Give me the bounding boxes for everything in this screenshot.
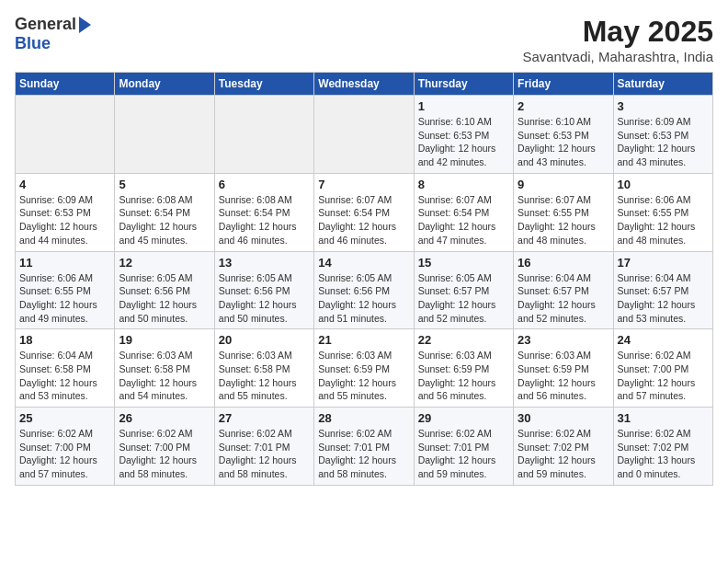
- day-info: Sunrise: 6:05 AM Sunset: 6:57 PM Dayligh…: [418, 271, 509, 326]
- weekday-header-sunday: Sunday: [16, 73, 115, 96]
- day-number: 25: [19, 411, 110, 425]
- week-row-5: 25Sunrise: 6:02 AM Sunset: 7:00 PM Dayli…: [16, 408, 713, 486]
- day-cell: 11Sunrise: 6:06 AM Sunset: 6:55 PM Dayli…: [16, 251, 115, 329]
- day-info: Sunrise: 6:10 AM Sunset: 6:53 PM Dayligh…: [518, 115, 609, 169]
- day-number: 29: [418, 411, 509, 425]
- day-info: Sunrise: 6:06 AM Sunset: 6:55 PM Dayligh…: [19, 271, 110, 326]
- day-number: 2: [518, 99, 609, 113]
- day-number: 21: [318, 333, 409, 347]
- day-number: 3: [618, 99, 709, 113]
- day-number: 20: [219, 333, 310, 347]
- day-number: 8: [418, 178, 509, 191]
- day-number: 10: [618, 178, 709, 191]
- day-number: 6: [219, 178, 310, 191]
- day-cell: 30Sunrise: 6:02 AM Sunset: 7:02 PM Dayli…: [514, 408, 613, 486]
- day-number: 28: [318, 411, 409, 425]
- day-number: 11: [19, 256, 110, 270]
- logo: General Blue: [15, 15, 91, 53]
- day-number: 1: [418, 99, 509, 113]
- weekday-header-row: SundayMondayTuesdayWednesdayThursdayFrid…: [16, 73, 713, 96]
- day-info: Sunrise: 6:07 AM Sunset: 6:54 PM Dayligh…: [418, 193, 509, 247]
- week-row-1: 1Sunrise: 6:10 AM Sunset: 6:53 PM Daylig…: [16, 96, 713, 174]
- day-info: Sunrise: 6:02 AM Sunset: 7:01 PM Dayligh…: [418, 427, 509, 481]
- day-info: Sunrise: 6:05 AM Sunset: 6:56 PM Dayligh…: [219, 271, 310, 326]
- day-number: 23: [518, 333, 609, 347]
- day-cell: [115, 96, 214, 174]
- day-cell: 14Sunrise: 6:05 AM Sunset: 6:56 PM Dayli…: [314, 251, 414, 329]
- day-cell: 31Sunrise: 6:02 AM Sunset: 7:02 PM Dayli…: [613, 408, 712, 486]
- day-info: Sunrise: 6:08 AM Sunset: 6:54 PM Dayligh…: [219, 193, 310, 247]
- day-cell: 2Sunrise: 6:10 AM Sunset: 6:53 PM Daylig…: [514, 96, 613, 174]
- weekday-header-wednesday: Wednesday: [314, 73, 414, 96]
- day-cell: 1Sunrise: 6:10 AM Sunset: 6:53 PM Daylig…: [414, 96, 513, 174]
- day-cell: 3Sunrise: 6:09 AM Sunset: 6:53 PM Daylig…: [613, 96, 712, 174]
- day-info: Sunrise: 6:02 AM Sunset: 7:01 PM Dayligh…: [219, 427, 310, 481]
- day-number: 4: [19, 178, 110, 191]
- day-cell: 29Sunrise: 6:02 AM Sunset: 7:01 PM Dayli…: [414, 408, 513, 486]
- day-info: Sunrise: 6:02 AM Sunset: 7:00 PM Dayligh…: [19, 427, 110, 481]
- day-cell: 25Sunrise: 6:02 AM Sunset: 7:00 PM Dayli…: [16, 408, 115, 486]
- day-cell: 13Sunrise: 6:05 AM Sunset: 6:56 PM Dayli…: [214, 251, 313, 329]
- day-number: 12: [119, 256, 210, 270]
- day-info: Sunrise: 6:03 AM Sunset: 6:59 PM Dayligh…: [518, 349, 609, 403]
- day-cell: 7Sunrise: 6:07 AM Sunset: 6:54 PM Daylig…: [314, 173, 414, 251]
- day-info: Sunrise: 6:05 AM Sunset: 6:56 PM Dayligh…: [119, 271, 210, 326]
- day-info: Sunrise: 6:07 AM Sunset: 6:54 PM Dayligh…: [318, 193, 409, 247]
- day-cell: 20Sunrise: 6:03 AM Sunset: 6:58 PM Dayli…: [214, 329, 313, 408]
- day-number: 7: [318, 178, 409, 191]
- day-info: Sunrise: 6:09 AM Sunset: 6:53 PM Dayligh…: [19, 193, 110, 247]
- day-info: Sunrise: 6:02 AM Sunset: 7:01 PM Dayligh…: [318, 427, 409, 481]
- day-number: 13: [219, 256, 310, 270]
- day-cell: 4Sunrise: 6:09 AM Sunset: 6:53 PM Daylig…: [16, 173, 115, 251]
- day-cell: 12Sunrise: 6:05 AM Sunset: 6:56 PM Dayli…: [115, 251, 214, 329]
- calendar: SundayMondayTuesdayWednesdayThursdayFrid…: [15, 72, 713, 486]
- day-info: Sunrise: 6:06 AM Sunset: 6:55 PM Dayligh…: [618, 193, 709, 247]
- day-number: 5: [119, 178, 210, 191]
- day-number: 24: [618, 333, 709, 347]
- day-cell: 15Sunrise: 6:05 AM Sunset: 6:57 PM Dayli…: [414, 251, 513, 329]
- day-info: Sunrise: 6:04 AM Sunset: 6:57 PM Dayligh…: [618, 271, 709, 326]
- day-info: Sunrise: 6:03 AM Sunset: 6:58 PM Dayligh…: [119, 349, 210, 403]
- day-info: Sunrise: 6:02 AM Sunset: 7:02 PM Dayligh…: [518, 427, 609, 481]
- day-cell: 9Sunrise: 6:07 AM Sunset: 6:55 PM Daylig…: [514, 173, 613, 251]
- day-cell: 28Sunrise: 6:02 AM Sunset: 7:01 PM Dayli…: [314, 408, 414, 486]
- day-number: 19: [119, 333, 210, 347]
- day-cell: 8Sunrise: 6:07 AM Sunset: 6:54 PM Daylig…: [414, 173, 513, 251]
- day-cell: 16Sunrise: 6:04 AM Sunset: 6:57 PM Dayli…: [514, 251, 613, 329]
- day-number: 22: [418, 333, 509, 347]
- day-cell: 10Sunrise: 6:06 AM Sunset: 6:55 PM Dayli…: [613, 173, 712, 251]
- weekday-header-thursday: Thursday: [414, 73, 513, 96]
- day-info: Sunrise: 6:02 AM Sunset: 7:00 PM Dayligh…: [618, 349, 709, 403]
- logo-general-text: General: [15, 15, 76, 34]
- day-number: 18: [19, 333, 110, 347]
- day-number: 26: [119, 411, 210, 425]
- day-cell: [214, 96, 313, 174]
- day-info: Sunrise: 6:05 AM Sunset: 6:56 PM Dayligh…: [318, 271, 409, 326]
- day-info: Sunrise: 6:10 AM Sunset: 6:53 PM Dayligh…: [418, 115, 509, 169]
- day-cell: 27Sunrise: 6:02 AM Sunset: 7:01 PM Dayli…: [214, 408, 313, 486]
- day-cell: 24Sunrise: 6:02 AM Sunset: 7:00 PM Dayli…: [613, 329, 712, 408]
- day-info: Sunrise: 6:08 AM Sunset: 6:54 PM Dayligh…: [119, 193, 210, 247]
- day-number: 17: [618, 256, 709, 270]
- day-number: 31: [618, 411, 709, 425]
- day-cell: 26Sunrise: 6:02 AM Sunset: 7:00 PM Dayli…: [115, 408, 214, 486]
- day-cell: 6Sunrise: 6:08 AM Sunset: 6:54 PM Daylig…: [214, 173, 313, 251]
- day-info: Sunrise: 6:03 AM Sunset: 6:59 PM Dayligh…: [318, 349, 409, 403]
- logo-arrow-icon: [79, 17, 91, 33]
- day-number: 16: [518, 256, 609, 270]
- day-number: 9: [518, 178, 609, 191]
- day-info: Sunrise: 6:02 AM Sunset: 7:00 PM Dayligh…: [119, 427, 210, 481]
- day-cell: 23Sunrise: 6:03 AM Sunset: 6:59 PM Dayli…: [514, 329, 613, 408]
- day-cell: 18Sunrise: 6:04 AM Sunset: 6:58 PM Dayli…: [16, 329, 115, 408]
- month-title: May 2025: [522, 15, 713, 49]
- day-number: 15: [418, 256, 509, 270]
- day-info: Sunrise: 6:04 AM Sunset: 6:58 PM Dayligh…: [19, 349, 110, 403]
- title-area: May 2025 Savantvadi, Maharashtra, India: [522, 15, 713, 64]
- day-info: Sunrise: 6:02 AM Sunset: 7:02 PM Dayligh…: [618, 427, 709, 481]
- weekday-header-friday: Friday: [514, 73, 613, 96]
- day-info: Sunrise: 6:07 AM Sunset: 6:55 PM Dayligh…: [518, 193, 609, 247]
- day-number: 30: [518, 411, 609, 425]
- day-cell: 5Sunrise: 6:08 AM Sunset: 6:54 PM Daylig…: [115, 173, 214, 251]
- day-info: Sunrise: 6:09 AM Sunset: 6:53 PM Dayligh…: [618, 115, 709, 169]
- header: General Blue May 2025 Savantvadi, Mahara…: [15, 15, 713, 64]
